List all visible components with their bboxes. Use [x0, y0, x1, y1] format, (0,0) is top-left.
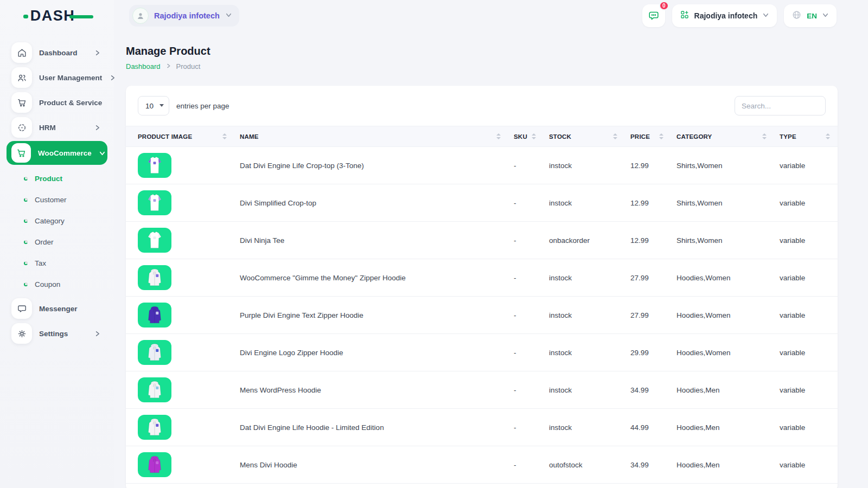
submenu-item-customer[interactable]: Customer: [7, 189, 107, 210]
sidebar-item-hrm[interactable]: HRM: [7, 115, 107, 140]
chevron-right-icon: [109, 74, 116, 81]
column-header-category[interactable]: CATEGORY: [671, 126, 774, 147]
sidebar-item-dashboard[interactable]: Dashboard: [7, 40, 107, 65]
submenu-item-tax[interactable]: Tax: [7, 253, 107, 274]
cart-icon: [11, 92, 32, 113]
table-row[interactable]: Dat Divi Engine Life Crop-top (3-Tone) -…: [126, 147, 838, 184]
product-price: 12.99: [625, 222, 671, 259]
messages-button[interactable]: 0: [642, 4, 665, 27]
product-type: variable: [774, 147, 838, 184]
submenu-item-coupon[interactable]: Coupon: [7, 274, 107, 295]
page-title: Manage Product: [126, 45, 838, 57]
main-content: Manage Product Dashboard Product 10 entr…: [114, 0, 868, 488]
table-row[interactable]: WooCommerce "Gimme the Money" Zipper Hoo…: [126, 259, 838, 297]
sort-icon[interactable]: [532, 133, 536, 139]
product-name: Mens Divi Hoodie: [234, 446, 508, 484]
column-header-product-image[interactable]: PRODUCT IMAGE: [126, 126, 234, 147]
users-icon: [11, 67, 32, 88]
product-category: Shirts,Women: [671, 184, 774, 222]
gear-icon: [11, 323, 32, 344]
product-category: Shirts,Women: [671, 147, 774, 184]
sidebar-item-label: HRM: [39, 124, 87, 132]
product-category: Hoodies,Women: [671, 334, 774, 371]
product-type: variable: [774, 184, 838, 222]
workspace-selector[interactable]: Rajodiya infotech: [129, 5, 239, 27]
product-image-cell: [126, 222, 234, 259]
sort-icon[interactable]: [496, 133, 501, 139]
table-body: Dat Divi Engine Life Crop-top (3-Tone) -…: [126, 147, 838, 484]
table-row[interactable]: Divi Simplified Crop-top - instock 12.99…: [126, 184, 838, 222]
column-header-name[interactable]: NAME: [234, 126, 508, 147]
product-category: Shirts,Women: [671, 222, 774, 259]
submenu-item-category[interactable]: Category: [7, 210, 107, 232]
product-stock: instock: [544, 147, 625, 184]
product-type: variable: [774, 259, 838, 297]
sort-icon[interactable]: [222, 133, 227, 139]
product-sku: -: [508, 184, 544, 222]
hoodie-icon: [143, 380, 166, 400]
sort-icon[interactable]: [826, 133, 830, 139]
submenu-label: Order: [35, 238, 54, 246]
submenu-label: Coupon: [35, 280, 60, 288]
table-row[interactable]: Divi Ninja Tee - onbackorder 12.99 Shirt…: [126, 222, 838, 259]
column-header-sku[interactable]: SKU: [508, 126, 544, 147]
table-row[interactable]: Mens WordPress Hoodie - instock 34.99 Ho…: [126, 371, 838, 409]
logo-dash-icon: [69, 15, 93, 18]
product-sku: -: [508, 334, 544, 371]
product-stock: instock: [544, 334, 625, 371]
sidebar-item-woocommerce[interactable]: WooCommerce: [7, 141, 107, 165]
search-input[interactable]: [735, 96, 826, 115]
product-name: Divi Ninja Tee: [234, 222, 508, 259]
sort-icon[interactable]: [659, 133, 663, 139]
breadcrumb-home-link[interactable]: Dashboard: [126, 62, 161, 70]
workspace-name: Rajodiya infotech: [154, 11, 220, 20]
submenu-item-product[interactable]: Product: [7, 168, 107, 189]
sidebar-item-settings[interactable]: Settings: [7, 321, 107, 346]
column-header-stock[interactable]: STOCK: [544, 126, 625, 147]
table-row[interactable]: Purple Divi Engine Text Zipper Hoodie - …: [126, 297, 838, 334]
product-name: Divi Simplified Crop-top: [234, 184, 508, 222]
product-price: 27.99: [625, 297, 671, 334]
sidebar-item-user-management[interactable]: User Management: [7, 65, 107, 90]
hoodie-icon: [143, 305, 166, 325]
hoodie-icon: [143, 455, 166, 474]
column-header-price[interactable]: PRICE: [625, 126, 671, 147]
entries-select[interactable]: 10: [138, 96, 169, 115]
tshirt-icon: [143, 193, 166, 213]
submenu-label: Category: [35, 217, 65, 225]
product-stock: onbackorder: [544, 222, 625, 259]
product-table: PRODUCT IMAGE NAME SKU STOCK PRICE CATEG…: [126, 126, 838, 484]
product-name: Mens WordPress Hoodie: [234, 371, 508, 409]
chevron-down-icon: [822, 11, 829, 21]
table-row[interactable]: Divi Engine Logo Zipper Hoodie - instock…: [126, 334, 838, 371]
product-price: 29.99: [625, 334, 671, 371]
sidebar-item-label: User Management: [39, 74, 102, 82]
sidebar-item-product-service[interactable]: Product & Service: [7, 90, 107, 115]
column-header-type[interactable]: TYPE: [774, 126, 838, 147]
company-selector[interactable]: Rajodiya infotech: [672, 4, 777, 27]
entries-per-page-label: entries per page: [176, 102, 229, 110]
product-type: variable: [774, 446, 838, 484]
product-price: 12.99: [625, 147, 671, 184]
sort-icon[interactable]: [613, 133, 617, 139]
product-sku: -: [508, 297, 544, 334]
table-row[interactable]: Dat Divi Engine Life Hoodie - Limited Ed…: [126, 409, 838, 446]
submenu-item-order[interactable]: Order: [7, 232, 107, 253]
grid-plus-icon: [680, 10, 690, 22]
sort-icon[interactable]: [762, 133, 767, 139]
hoodie-icon: [143, 268, 166, 287]
chevron-right-icon: [94, 330, 101, 337]
app-logo[interactable]: DASH: [0, 0, 114, 31]
topbar: Rajodiya infotech 0 Rajodiya infotech EN: [114, 0, 868, 31]
sidebar-item-messenger[interactable]: Messenger: [7, 296, 107, 321]
logo-text: DASH: [30, 8, 75, 24]
product-image-cell: [126, 371, 234, 409]
product-image: [138, 265, 171, 290]
product-stock: instock: [544, 409, 625, 446]
language-selector[interactable]: EN: [784, 4, 837, 27]
table-row[interactable]: Mens Divi Hoodie - outofstock 34.99 Hood…: [126, 446, 838, 484]
product-stock: instock: [544, 259, 625, 297]
submenu-label: Customer: [35, 196, 67, 204]
woocommerce-submenu: Product Customer Category Order Tax Coup…: [7, 166, 107, 296]
sidebar-item-label: Settings: [39, 330, 87, 338]
